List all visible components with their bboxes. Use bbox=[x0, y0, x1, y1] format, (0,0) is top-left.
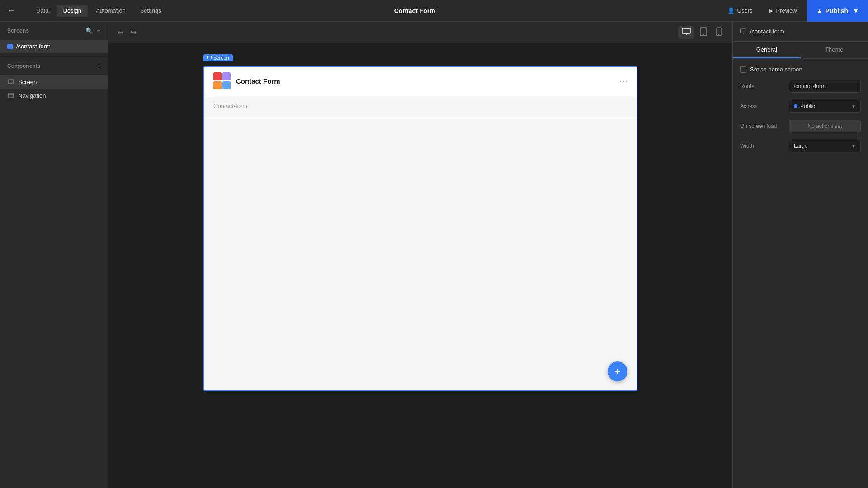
route-row: Route /contact-form bbox=[740, 80, 861, 93]
screen-options-button[interactable]: ⋯ bbox=[619, 76, 627, 86]
route-value: /contact-form bbox=[789, 80, 861, 93]
access-row: Access Public ▼ bbox=[740, 100, 861, 113]
component-item-screen[interactable]: Screen bbox=[0, 75, 108, 89]
screen-header: Contact Form ⋯ bbox=[204, 67, 637, 95]
logo-square-4 bbox=[222, 81, 231, 89]
set-home-row: Set as home screen bbox=[740, 66, 861, 73]
width-label: Width bbox=[740, 143, 785, 149]
access-select-inner: Public bbox=[794, 103, 815, 109]
screen-content-label: Contact-form bbox=[204, 95, 637, 117]
users-button[interactable]: 👤 Users bbox=[721, 5, 759, 17]
svg-rect-3 bbox=[8, 93, 14, 98]
toolbar-left: ↩ ↪ bbox=[116, 26, 138, 38]
screens-section-header: Screens 🔍 + bbox=[0, 22, 108, 40]
add-screen-button[interactable]: + bbox=[97, 27, 101, 34]
components-label: Components bbox=[7, 63, 40, 69]
svg-rect-5 bbox=[682, 28, 690, 33]
toolbar-right bbox=[678, 25, 725, 40]
screen-dot-icon bbox=[7, 44, 13, 49]
svg-rect-12 bbox=[208, 56, 212, 59]
logo-square-3 bbox=[213, 81, 222, 89]
screen-frame: Contact Form ⋯ Contact-form + bbox=[203, 66, 637, 391]
preview-label: Preview bbox=[776, 7, 797, 14]
undo-button[interactable]: ↩ bbox=[116, 26, 125, 38]
users-icon: 👤 bbox=[727, 7, 735, 14]
screens-label: Screens bbox=[7, 28, 29, 34]
width-select-label: Large bbox=[794, 143, 808, 149]
panel-body: Set as home screen Route /contact-form A… bbox=[733, 59, 868, 488]
logo-square-2 bbox=[222, 72, 231, 80]
canvas-viewport[interactable]: Screen bbox=[108, 43, 732, 488]
publish-button[interactable]: ▲ Publish ▼ bbox=[807, 0, 868, 22]
canvas-toolbar: ↩ ↪ bbox=[108, 22, 732, 43]
tab-design[interactable]: Design bbox=[57, 5, 87, 17]
publish-label: Publish bbox=[826, 7, 849, 14]
set-home-value: Set as home screen bbox=[740, 66, 861, 73]
screen-item-label: /contact-form bbox=[16, 43, 51, 50]
on-screen-load-row: On screen load No actions set bbox=[740, 120, 861, 132]
panel-path: /contact-form bbox=[750, 28, 784, 35]
route-input[interactable]: /contact-form bbox=[789, 80, 861, 93]
no-actions-button[interactable]: No actions set bbox=[789, 120, 861, 132]
set-home-checkbox[interactable] bbox=[740, 66, 746, 73]
tab-data[interactable]: Data bbox=[30, 5, 55, 17]
width-value: Large ▼ bbox=[789, 140, 861, 152]
route-label: Route bbox=[740, 83, 785, 89]
width-row: Width Large ▼ bbox=[740, 140, 861, 152]
on-screen-load-label: On screen load bbox=[740, 123, 785, 129]
desktop-view-button[interactable] bbox=[678, 26, 694, 39]
top-nav: ← Data Design Automation Settings Contac… bbox=[0, 0, 868, 22]
components-section-header: Components + bbox=[0, 57, 108, 75]
preview-button[interactable]: ▶ Preview bbox=[762, 5, 803, 17]
main-layout: Screens 🔍 + /contact-form Components + bbox=[0, 22, 868, 488]
screen-item-contact-form[interactable]: /contact-form bbox=[0, 40, 108, 53]
svg-rect-13 bbox=[741, 29, 746, 33]
app-logo bbox=[213, 72, 231, 89]
set-home-checkbox-wrapper: Set as home screen bbox=[740, 66, 802, 73]
tab-general[interactable]: General bbox=[733, 42, 801, 58]
preview-icon: ▶ bbox=[769, 7, 773, 14]
top-nav-right: 👤 Users ▶ Preview ▲ Publish ▼ bbox=[721, 0, 868, 22]
publish-chevron-icon: ▼ bbox=[853, 7, 859, 14]
screen-title: Contact Form bbox=[236, 77, 280, 85]
add-component-button[interactable]: + bbox=[97, 62, 101, 70]
logo-square-1 bbox=[213, 72, 222, 80]
redo-button[interactable]: ↪ bbox=[129, 26, 138, 38]
right-panel-header: /contact-form bbox=[733, 22, 868, 42]
app-title: Contact Form bbox=[394, 7, 435, 14]
screen-header-left: Contact Form bbox=[213, 72, 280, 89]
users-label: Users bbox=[737, 7, 753, 14]
mobile-view-button[interactable] bbox=[712, 25, 725, 40]
svg-rect-0 bbox=[8, 80, 14, 84]
access-status-icon bbox=[794, 104, 797, 108]
screen-frame-wrapper: Screen bbox=[203, 66, 637, 391]
access-value: Public ▼ bbox=[789, 100, 861, 113]
add-component-fab[interactable]: + bbox=[608, 361, 627, 381]
component-screen-label: Screen bbox=[18, 79, 37, 85]
component-navigation-label: Navigation bbox=[18, 92, 46, 99]
right-panel-tabs: General Theme bbox=[733, 42, 868, 59]
divider bbox=[0, 55, 108, 55]
top-nav-center: Contact Form bbox=[108, 7, 721, 14]
tab-theme[interactable]: Theme bbox=[801, 42, 868, 58]
search-screens-button[interactable]: 🔍 bbox=[85, 27, 93, 34]
access-chevron-icon: ▼ bbox=[851, 104, 856, 109]
component-item-navigation[interactable]: Navigation bbox=[0, 89, 108, 102]
left-sidebar: Screens 🔍 + /contact-form Components + bbox=[0, 22, 108, 488]
navigation-component-icon bbox=[7, 92, 14, 99]
width-select[interactable]: Large ▼ bbox=[789, 140, 861, 152]
tablet-view-button[interactable] bbox=[696, 25, 711, 40]
access-select[interactable]: Public ▼ bbox=[789, 100, 861, 113]
screen-body bbox=[204, 117, 637, 388]
svg-point-11 bbox=[718, 34, 719, 35]
svg-point-9 bbox=[703, 34, 704, 35]
screen-frame-label: Screen bbox=[203, 54, 233, 61]
access-label: Access bbox=[740, 103, 785, 109]
screens-header-actions: 🔍 + bbox=[85, 27, 101, 34]
screen-component-icon bbox=[7, 78, 14, 85]
width-chevron-icon: ▼ bbox=[851, 144, 856, 149]
right-panel: /contact-form General Theme Set as home … bbox=[732, 22, 868, 488]
on-screen-load-value: No actions set bbox=[789, 120, 861, 132]
panel-screen-icon bbox=[740, 28, 746, 35]
back-button[interactable]: ← bbox=[7, 6, 15, 15]
